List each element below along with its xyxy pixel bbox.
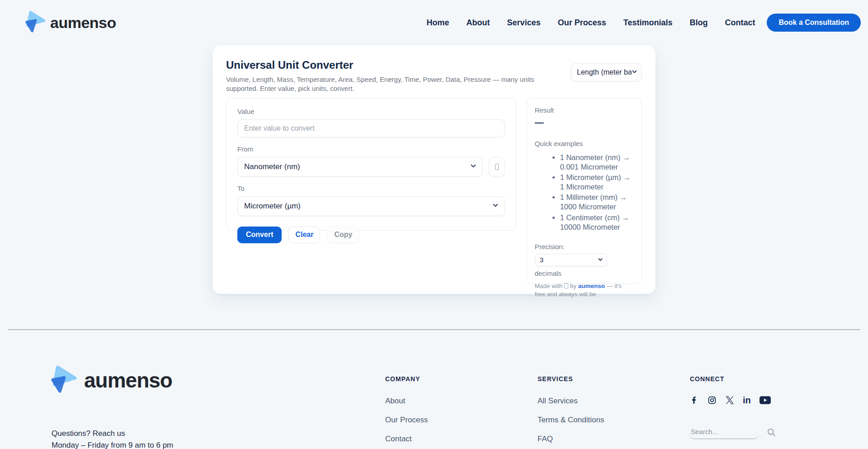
made-with-by: by [570,283,576,289]
clear-button[interactable]: Clear [288,227,320,243]
result-panel: Result — Quick examples 1 Nanometer (nm)… [526,98,642,284]
made-with-prefix: Made with [535,283,563,289]
chevron-down-icon [470,162,476,171]
footer-column-services: SERVICES All Services Terms & Conditions… [538,375,604,449]
category-select-value: Length (meter base [577,68,632,76]
chevron-down-icon [632,68,637,76]
footer-link-faq[interactable]: FAQ [538,435,604,444]
result-label: Result [535,106,633,114]
site-footer: aumenso Questions? Reach us Monday – Fri… [0,330,868,449]
footer-logo[interactable]: aumenso [51,365,172,395]
precision-select[interactable]: 3 [535,254,607,266]
footer-column-company: COMPANY About Our Process Contact [385,375,428,449]
facebook-icon[interactable] [690,396,699,405]
from-unit-value: Nanometer (nm) [244,162,300,171]
footer-link-contact[interactable]: Contact [385,435,428,444]
instagram-icon[interactable] [708,396,717,405]
aumenso-logo-icon [51,365,77,395]
nav-services[interactable]: Services [507,18,541,28]
page-title: Universal Unit Converter [226,59,558,71]
header-logo[interactable]: aumenso [25,10,116,35]
swap-icon [495,164,499,170]
footer-contact: Questions? Reach us Monday – Friday from… [52,428,173,449]
footer-search [690,427,776,439]
nav-about[interactable]: About [467,18,490,28]
list-item: 1 Micrometer (µm) → 1 Micrometer [560,173,633,192]
book-consultation-button[interactable]: Book a Consultation [767,14,861,32]
search-input[interactable] [690,427,759,439]
converter-card: Universal Unit Converter Volume, Length,… [212,45,656,294]
page-subtitle: Volume, Length, Mass, Temperature, Area,… [226,75,558,93]
value-label: Value [237,108,505,115]
aumenso-logo-icon [25,10,46,35]
heart-icon [564,283,568,288]
copy-button[interactable]: Copy [327,227,359,243]
decimals-label: decimals [535,269,633,277]
footer-column-title: COMPANY [385,375,428,383]
list-item: 1 Centimeter (cm) → 10000 Micrometer [560,213,633,232]
list-item: 1 Nanometer (nm) → 0.001 Micrometer [560,153,633,172]
result-value: — [535,117,633,128]
footer-column-title: CONNECT [690,375,771,383]
swap-units-button[interactable] [489,157,505,177]
nav-contact[interactable]: Contact [725,18,755,28]
footer-column-title: SERVICES [538,375,604,383]
precision-label: Precision: [535,243,633,250]
contact-line: Questions? Reach us [52,428,173,440]
footer-link-terms[interactable]: Terms & Conditions [538,416,604,425]
youtube-icon[interactable] [760,396,771,404]
list-item: 1 Millimeter (mm) → 1000 Micrometer [560,193,633,212]
from-label: From [237,145,505,153]
quick-examples-label: Quick examples [535,140,633,147]
aumenso-link[interactable]: aumenso [578,283,605,289]
site-header: aumenso Home About Services Our Process … [0,0,868,45]
convert-button[interactable]: Convert [237,227,282,243]
chevron-down-icon [598,256,603,264]
x-twitter-icon[interactable] [725,396,734,405]
footer-column-connect: CONNECT in [690,375,771,405]
nav-testimonials[interactable]: Testimonials [623,18,673,28]
contact-line: Monday – Friday from 9 am to 6 pm [52,440,173,449]
footer-link-all-services[interactable]: All Services [538,397,604,406]
to-unit-value: Micrometer (µm) [244,202,301,211]
linkedin-icon[interactable]: in [743,396,751,405]
footer-link-about[interactable]: About [385,397,428,406]
chevron-down-icon [492,202,499,211]
nav-home[interactable]: Home [427,18,449,28]
from-unit-select[interactable]: Nanometer (nm) [237,157,483,177]
converter-form-panel: Value From Nanometer (nm) To Micrometer … [226,98,516,231]
to-unit-select[interactable]: Micrometer (µm) [237,196,505,216]
precision-value: 3 [540,256,543,264]
made-with-note: Made with by aumenso — it's free and alw… [535,282,633,298]
card-titles: Universal Unit Converter Volume, Length,… [226,58,558,93]
footer-link-our-process[interactable]: Our Process [385,416,428,425]
logo-wordmark: aumenso [50,14,116,32]
main-nav: Home About Services Our Process Testimon… [427,18,755,28]
nav-our-process[interactable]: Our Process [558,18,606,28]
logo-wordmark: aumenso [84,368,172,392]
category-select[interactable]: Length (meter base [571,63,642,81]
nav-blog[interactable]: Blog [689,18,708,28]
search-icon[interactable] [767,428,776,439]
value-input[interactable] [237,119,505,137]
to-label: To [237,184,505,192]
quick-examples-list: 1 Nanometer (nm) → 0.001 Micrometer 1 Mi… [535,153,633,232]
